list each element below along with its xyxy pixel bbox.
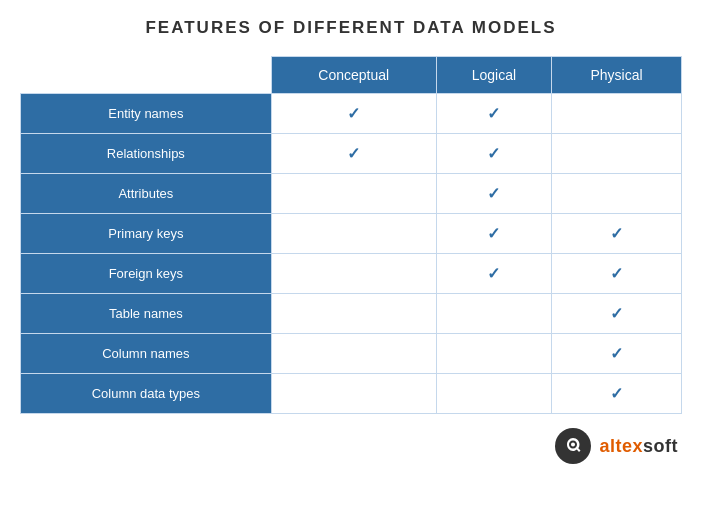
logo: altexsoft bbox=[555, 428, 678, 464]
checkmark-icon: ✓ bbox=[610, 385, 623, 402]
row-label: Entity names bbox=[21, 94, 272, 134]
cell-logical: ✓ bbox=[436, 214, 551, 254]
cell-logical: ✓ bbox=[436, 134, 551, 174]
row-label: Column names bbox=[21, 334, 272, 374]
table-row: Foreign keys✓✓ bbox=[21, 254, 682, 294]
cell-physical bbox=[552, 174, 682, 214]
checkmark-icon: ✓ bbox=[610, 305, 623, 322]
cell-logical: ✓ bbox=[436, 94, 551, 134]
logo-icon bbox=[555, 428, 591, 464]
row-label: Foreign keys bbox=[21, 254, 272, 294]
row-label: Column data types bbox=[21, 374, 272, 414]
cell-conceptual bbox=[271, 214, 436, 254]
checkmark-icon: ✓ bbox=[610, 225, 623, 242]
col-header-physical: Physical bbox=[552, 57, 682, 94]
checkmark-icon: ✓ bbox=[610, 265, 623, 282]
checkmark-icon: ✓ bbox=[347, 105, 360, 122]
col-header-empty bbox=[21, 57, 272, 94]
cell-physical: ✓ bbox=[552, 254, 682, 294]
checkmark-icon: ✓ bbox=[487, 185, 500, 202]
cell-conceptual bbox=[271, 374, 436, 414]
row-label: Attributes bbox=[21, 174, 272, 214]
cell-conceptual bbox=[271, 334, 436, 374]
table-row: Entity names✓✓ bbox=[21, 94, 682, 134]
cell-logical bbox=[436, 294, 551, 334]
table-row: Attributes✓ bbox=[21, 174, 682, 214]
cell-logical: ✓ bbox=[436, 174, 551, 214]
cell-physical: ✓ bbox=[552, 374, 682, 414]
row-label: Primary keys bbox=[21, 214, 272, 254]
comparison-table: Conceptual Logical Physical Entity names… bbox=[20, 56, 682, 414]
cell-logical bbox=[436, 334, 551, 374]
checkmark-icon: ✓ bbox=[487, 225, 500, 242]
cell-physical bbox=[552, 94, 682, 134]
cell-physical: ✓ bbox=[552, 214, 682, 254]
cell-conceptual bbox=[271, 294, 436, 334]
checkmark-icon: ✓ bbox=[487, 265, 500, 282]
col-header-logical: Logical bbox=[436, 57, 551, 94]
checkmark-icon: ✓ bbox=[347, 145, 360, 162]
table-row: Column names✓ bbox=[21, 334, 682, 374]
page-title: FEATURES OF DIFFERENT DATA MODELS bbox=[145, 18, 556, 38]
row-label: Table names bbox=[21, 294, 272, 334]
comparison-table-wrapper: Conceptual Logical Physical Entity names… bbox=[20, 56, 682, 414]
cell-logical bbox=[436, 374, 551, 414]
row-label: Relationships bbox=[21, 134, 272, 174]
cell-conceptual bbox=[271, 174, 436, 214]
cell-physical: ✓ bbox=[552, 294, 682, 334]
logo-text: altexsoft bbox=[599, 436, 678, 457]
checkmark-icon: ✓ bbox=[610, 345, 623, 362]
cell-conceptual: ✓ bbox=[271, 94, 436, 134]
cell-physical bbox=[552, 134, 682, 174]
checkmark-icon: ✓ bbox=[487, 145, 500, 162]
table-row: Column data types✓ bbox=[21, 374, 682, 414]
col-header-conceptual: Conceptual bbox=[271, 57, 436, 94]
cell-logical: ✓ bbox=[436, 254, 551, 294]
cell-conceptual: ✓ bbox=[271, 134, 436, 174]
footer: altexsoft bbox=[20, 428, 682, 464]
cell-physical: ✓ bbox=[552, 334, 682, 374]
checkmark-icon: ✓ bbox=[487, 105, 500, 122]
table-row: Primary keys✓✓ bbox=[21, 214, 682, 254]
table-row: Table names✓ bbox=[21, 294, 682, 334]
cell-conceptual bbox=[271, 254, 436, 294]
table-row: Relationships✓✓ bbox=[21, 134, 682, 174]
